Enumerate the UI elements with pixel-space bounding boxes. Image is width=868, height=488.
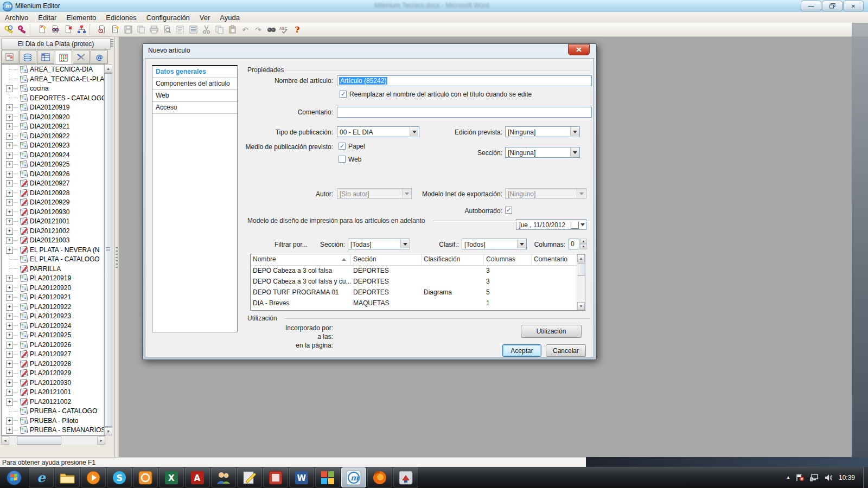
tree-item-dia20120929[interactable]: +DIA20120929 bbox=[2, 197, 105, 207]
tree-item-pla20120929[interactable]: +PLA20120929 bbox=[2, 368, 105, 378]
autoborrado-checkbox[interactable]: ✓ bbox=[505, 207, 512, 214]
tree-item-parrilla[interactable]: PARRILLA bbox=[2, 264, 105, 274]
misc-app-icon[interactable] bbox=[393, 467, 418, 487]
dialog-nav-acceso[interactable]: Acceso bbox=[152, 102, 237, 114]
sections-tab[interactable] bbox=[37, 50, 54, 64]
tree-item-el-plata-nevera-n[interactable]: +EL PLATA - NEVERA (N bbox=[2, 245, 105, 255]
menu-ver[interactable]: Ver bbox=[195, 12, 215, 23]
expand-icon[interactable]: + bbox=[6, 427, 13, 434]
tree-item-dia20121003[interactable]: +DIA20121003 bbox=[2, 235, 105, 245]
ie-icon[interactable]: e bbox=[29, 467, 54, 487]
table-row[interactable]: DEPO Cabeza a 3 col falsaDEPORTES3 bbox=[251, 266, 585, 277]
list-view-icon[interactable] bbox=[187, 24, 200, 36]
expand-icon[interactable]: + bbox=[6, 228, 13, 235]
tree-item-dia20120919[interactable]: +DIA20120919 bbox=[2, 102, 105, 112]
tree-item-dia20120921[interactable]: +DIA20120921 bbox=[2, 121, 105, 131]
scroll-left-icon[interactable]: ◄ bbox=[1, 436, 9, 445]
table-scrollbar[interactable]: ▲ ▼ bbox=[577, 254, 585, 310]
help-icon[interactable]: ? bbox=[291, 24, 304, 36]
skype-icon[interactable]: S bbox=[107, 467, 132, 487]
tree-item-dia20120925[interactable]: +DIA20120925 bbox=[2, 159, 105, 169]
tree-item-pla20120925[interactable]: +PLA20120925 bbox=[2, 330, 105, 340]
scroll-right-icon[interactable]: ► bbox=[97, 436, 105, 445]
tree-item-dia20120922[interactable]: +DIA20120922 bbox=[2, 131, 105, 141]
tree-item-pla20120924[interactable]: +PLA20120924 bbox=[2, 321, 105, 331]
tree-item-dia20120924[interactable]: +DIA20120924 bbox=[2, 150, 105, 160]
volume-icon[interactable] bbox=[825, 474, 833, 481]
tree-item-pla20121001[interactable]: +PLA20121001 bbox=[2, 387, 105, 397]
expand-icon[interactable]: + bbox=[6, 389, 13, 396]
tree-item-area-tecnica-el-pla[interactable]: AREA_TECNICA-EL-PLA bbox=[2, 74, 105, 84]
tree-item-dia20120928[interactable]: +DIA20120928 bbox=[2, 188, 105, 198]
expand-icon[interactable]: + bbox=[6, 190, 13, 197]
tipo-combo[interactable]: 00 - EL DIA bbox=[337, 126, 419, 137]
mail-tab[interactable]: @ bbox=[91, 50, 108, 64]
delete-publication-icon[interactable] bbox=[62, 24, 75, 36]
expand-icon[interactable]: + bbox=[6, 275, 13, 282]
expand-icon[interactable]: + bbox=[6, 123, 13, 130]
tree-item-pla20120927[interactable]: +PLA20120927 bbox=[2, 349, 105, 359]
minimize-button[interactable]: — bbox=[801, 1, 821, 11]
tree-item-salud-el-plata-espe[interactable]: Salud El Plata - Espe bbox=[2, 435, 105, 436]
clasif-combo[interactable]: [Todos] bbox=[462, 239, 527, 249]
view-publication-icon[interactable] bbox=[49, 24, 62, 36]
expand-icon[interactable]: + bbox=[6, 171, 13, 178]
expand-icon[interactable]: + bbox=[6, 104, 13, 111]
expand-icon[interactable]: + bbox=[6, 247, 13, 254]
expand-icon[interactable]: + bbox=[6, 294, 13, 301]
tree-item-pla20120921[interactable]: +PLA20120921 bbox=[2, 292, 105, 302]
tree-item-dia20120923[interactable]: +DIA20120923 bbox=[2, 140, 105, 150]
tray-clock[interactable]: 10:39 bbox=[839, 474, 855, 481]
people-icon[interactable] bbox=[211, 467, 236, 487]
print-preview-icon[interactable] bbox=[161, 24, 174, 36]
cancelar-button[interactable]: Cancelar bbox=[546, 344, 586, 357]
save-icon[interactable] bbox=[122, 24, 135, 36]
expand-icon[interactable]: + bbox=[6, 114, 13, 121]
publications-tab[interactable] bbox=[1, 50, 18, 64]
expand-icon[interactable]: + bbox=[6, 361, 13, 368]
dialog-nav-datos-generales[interactable]: Datos generales bbox=[152, 66, 237, 78]
table-row[interactable]: DEPO Cabeza a 3 col falsa y cu...DEPORTE… bbox=[251, 277, 585, 287]
spin-up-icon[interactable]: ▲ bbox=[580, 239, 587, 244]
expand-icon[interactable]: + bbox=[6, 304, 13, 311]
expand-icon[interactable]: + bbox=[6, 237, 13, 244]
expand-icon[interactable]: + bbox=[6, 323, 13, 330]
red-app-icon[interactable] bbox=[263, 467, 288, 487]
office-colorful-icon[interactable] bbox=[315, 467, 340, 487]
cut-icon[interactable] bbox=[200, 24, 213, 36]
tree-item-dia20121002[interactable]: +DIA20121002 bbox=[2, 226, 105, 236]
expand-icon[interactable]: + bbox=[6, 218, 13, 225]
aceptar-button[interactable]: Aceptar bbox=[502, 344, 541, 357]
tree-item-deportes-catalogo[interactable]: DEPORTES - CATALOGO bbox=[2, 93, 105, 103]
panel-grip[interactable] bbox=[111, 39, 113, 48]
tree-item-prueba-piloto[interactable]: +PRUEBA - Piloto bbox=[2, 416, 105, 426]
scroll-up-icon[interactable]: ▲ bbox=[577, 254, 585, 262]
milenium-icon[interactable]: m bbox=[341, 467, 366, 487]
menu-elemento[interactable]: Elemento bbox=[61, 12, 101, 23]
papel-checkbox[interactable]: ✓ bbox=[339, 143, 346, 150]
reemplazar-checkbox[interactable]: ✓ bbox=[340, 91, 347, 98]
filtro-seccion-combo[interactable]: [Todas] bbox=[348, 239, 410, 249]
spin-down-icon[interactable]: ▼ bbox=[580, 244, 587, 249]
menu-editar[interactable]: Editar bbox=[33, 12, 61, 23]
column-header-columnas[interactable]: Columnas bbox=[484, 254, 532, 265]
explorer-icon[interactable] bbox=[55, 467, 80, 487]
seccion-combo[interactable]: [Ninguna] bbox=[505, 147, 580, 158]
tree-item-pla20120920[interactable]: +PLA20120920 bbox=[2, 283, 105, 293]
tree-item-area-tecnica-dia[interactable]: AREA_TECNICA-DIA bbox=[2, 65, 105, 74]
tree-item-cocina[interactable]: +cocina bbox=[2, 84, 105, 93]
firefox-icon[interactable] bbox=[367, 467, 392, 487]
media-player-icon[interactable] bbox=[81, 467, 106, 487]
expand-icon[interactable]: + bbox=[6, 418, 13, 425]
expand-icon[interactable]: + bbox=[6, 399, 13, 406]
scrollbar-thumb[interactable] bbox=[104, 73, 112, 427]
expand-icon[interactable]: + bbox=[6, 380, 13, 387]
tree-item-prueba-semanarios[interactable]: +PRUEBA - SEMANARIOS bbox=[2, 425, 105, 435]
menu-ediciones[interactable]: Ediciones bbox=[101, 12, 141, 23]
excel-icon[interactable]: X bbox=[159, 467, 184, 487]
tree-item-prueba-catalogo[interactable]: PRUEBA - CATALOGO bbox=[2, 406, 105, 416]
paste-icon[interactable] bbox=[226, 24, 239, 36]
tree-item-pla20120930[interactable]: +PLA20120930 bbox=[2, 378, 105, 388]
copy-icon[interactable] bbox=[213, 24, 226, 36]
close-button[interactable]: × bbox=[843, 1, 864, 11]
